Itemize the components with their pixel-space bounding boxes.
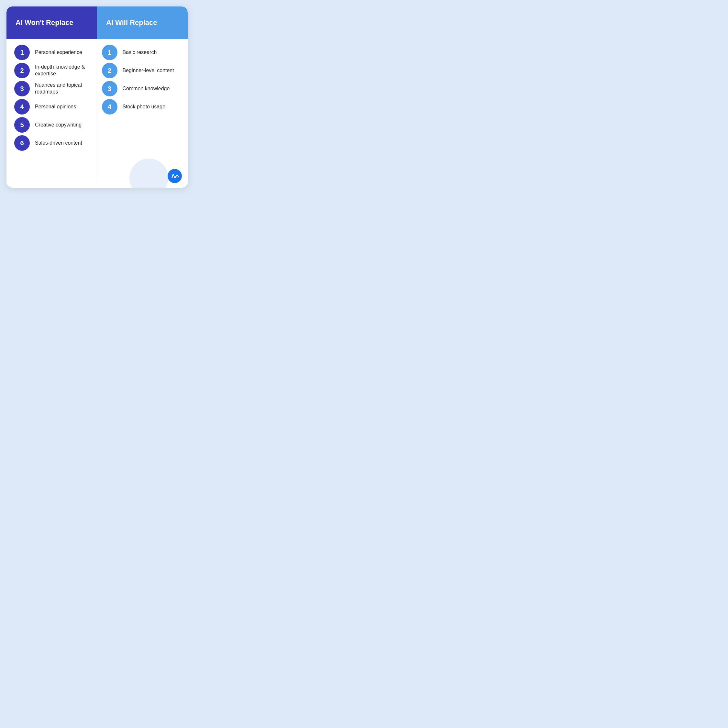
left-item-text-5: Creative copywriting <box>35 122 81 128</box>
left-list-item-1: 1 Personal experience <box>14 44 93 60</box>
left-circle-5: 5 <box>14 117 30 133</box>
right-item-text-2: Beginner-level content <box>122 67 174 74</box>
left-item-text-4: Personal opinions <box>35 104 76 110</box>
right-list-item-4: 4 Stock photo usage <box>102 99 180 115</box>
logo-circle: A <box>168 169 182 183</box>
logo-area: A <box>168 169 182 183</box>
right-circle-3: 3 <box>102 81 118 96</box>
left-item-text-3: Nuances and topical roadmaps <box>35 82 93 95</box>
left-list-item-3: 3 Nuances and topical roadmaps <box>14 81 93 96</box>
left-circle-1: 1 <box>14 44 30 60</box>
right-item-text-4: Stock photo usage <box>122 104 166 110</box>
right-list-item-1: 1 Basic research <box>102 44 180 60</box>
left-circle-3: 3 <box>14 81 30 96</box>
header-left: AI Won't Replace <box>6 6 97 39</box>
left-circle-4: 4 <box>14 99 30 115</box>
left-item-text-6: Sales-driven content <box>35 140 82 147</box>
left-header-title: AI Won't Replace <box>15 18 73 27</box>
content-area: 1 Personal experience 2 In-depth knowled… <box>6 39 188 188</box>
left-column: 1 Personal experience 2 In-depth knowled… <box>10 44 97 182</box>
svg-text:A: A <box>171 173 175 180</box>
left-list-item-6: 6 Sales-driven content <box>14 135 93 151</box>
right-list-item-3: 3 Common knowledge <box>102 81 180 96</box>
right-circle-2: 2 <box>102 63 118 78</box>
right-item-text-3: Common knowledge <box>122 86 170 92</box>
right-circle-1: 1 <box>102 44 118 60</box>
right-header-title: AI Will Replace <box>106 18 157 27</box>
left-list-item-4: 4 Personal opinions <box>14 99 93 115</box>
left-item-text-2: In-depth knowledge & expertise <box>35 64 93 77</box>
header: AI Won't Replace AI Will Replace <box>6 6 188 39</box>
right-list-item-2: 2 Beginner-level content <box>102 63 180 78</box>
infographic-card: AI Won't Replace AI Will Replace 1 Perso… <box>6 6 188 188</box>
right-circle-4: 4 <box>102 99 118 115</box>
left-circle-2: 2 <box>14 63 30 78</box>
left-list-item-2: 2 In-depth knowledge & expertise <box>14 63 93 78</box>
right-item-text-1: Basic research <box>122 49 157 56</box>
left-item-text-1: Personal experience <box>35 49 82 56</box>
left-list-item-5: 5 Creative copywriting <box>14 117 93 133</box>
logo-icon: A <box>171 172 179 180</box>
left-circle-6: 6 <box>14 135 30 151</box>
header-right: AI Will Replace <box>97 6 188 39</box>
